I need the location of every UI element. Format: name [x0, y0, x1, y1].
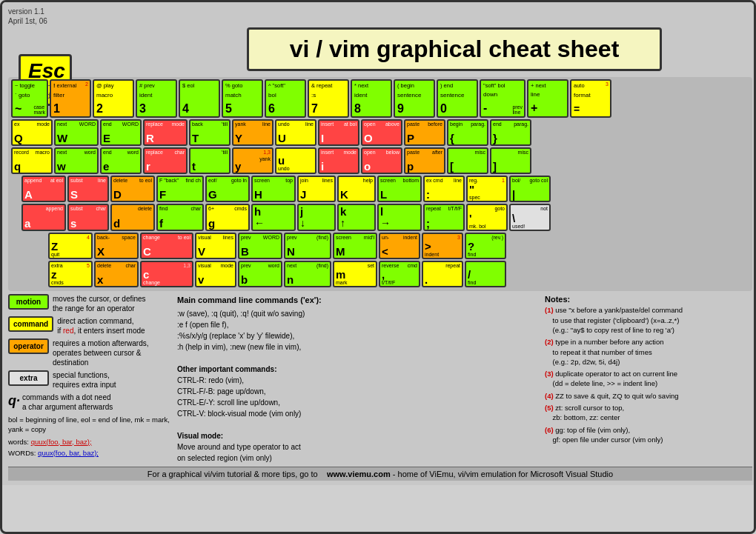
key-caret[interactable]: ^ "soft" bol 6 — [265, 79, 306, 118]
key-W-upper[interactable]: next WORD W — [54, 119, 99, 146]
key-amp[interactable]: & repeat :s 7 — [308, 79, 349, 118]
key-b-lower[interactable]: prev word b — [238, 261, 282, 287]
key-U-upper[interactable]: undo line U — [275, 119, 316, 146]
key-f-lower[interactable]: find char f — [156, 204, 204, 231]
key-pipe[interactable]: bol/ goto col | — [509, 176, 551, 202]
page: version 1.1 April 1st, 06 Esc normal mod… — [2, 2, 756, 485]
key-E-upper[interactable]: end WORD E — [100, 119, 142, 146]
key-C-upper[interactable]: change to eol C — [140, 233, 193, 259]
z-row-upper: 4 Z quit back- space X change to eol C v… — [48, 233, 749, 259]
key-p-lower[interactable]: paste after p — [404, 147, 445, 174]
key-D-upper[interactable]: delete to eol D — [110, 176, 155, 202]
key-r-lower[interactable]: replace char r — [143, 147, 188, 174]
key-c-lower[interactable]: 1,3 c change — [140, 261, 193, 287]
key-u-lower[interactable]: u undo — [275, 147, 316, 174]
notes-section: Notes: (1) use "x before a yank/paste/de… — [545, 294, 752, 464]
key-o-lower[interactable]: open below o — [361, 147, 402, 174]
key-slash[interactable]: / find — [465, 261, 506, 287]
key-excl[interactable]: ! external filter 1 2 — [50, 79, 91, 118]
legend-motion: motion moves the cursor, or defines the … — [8, 294, 171, 313]
key-rbrace[interactable]: end parag. } — [490, 119, 531, 146]
key-j-lower[interactable]: j ↓ — [297, 204, 336, 231]
key-g-lower[interactable]: 6+ cmds g — [205, 204, 250, 231]
key-M-upper[interactable]: screen mid'l M — [333, 233, 377, 259]
key-K-upper[interactable]: help K — [337, 176, 376, 202]
key-G-upper[interactable]: eof/ goto ln G — [205, 176, 250, 202]
key-comma[interactable]: reverse cmd , t/T/f/F — [379, 261, 420, 287]
key-Z-upper[interactable]: 4 Z quit — [48, 233, 93, 259]
q-row-lower: record macro q next word w end word e re… — [11, 147, 749, 174]
key-Y-upper[interactable]: yank line Y — [232, 119, 273, 146]
key-I-upper[interactable]: insert at bol I — [318, 119, 359, 146]
key-rbracket[interactable]: misc ] — [490, 147, 531, 174]
bol-eol-text: bol = beginning of line, eol = end of li… — [8, 415, 171, 435]
key-X-upper[interactable]: back- space X — [94, 233, 139, 259]
key-quote[interactable]: reg. 1 " spec — [466, 176, 508, 202]
key-equal[interactable]: auto format = 3 — [570, 79, 611, 118]
key-A-upper[interactable]: append at eol A — [21, 176, 66, 202]
key-dollar[interactable]: $ eol 4 — [179, 79, 220, 118]
key-O-upper[interactable]: open above O — [361, 119, 402, 146]
key-J-upper[interactable]: join lines J — [297, 176, 336, 202]
key-star[interactable]: * next ident 8 — [351, 79, 392, 118]
key-v-lower[interactable]: visual mode v — [195, 261, 236, 287]
key-lt[interactable]: un- indent < — [379, 233, 420, 259]
key-P-upper[interactable]: paste before P — [404, 119, 445, 146]
motion-desc: moves the cursor, or defines the range f… — [53, 294, 146, 313]
key-backslash[interactable]: not \ used! — [509, 204, 551, 231]
key-lbrace[interactable]: begin parag. { — [447, 119, 488, 146]
key-d-lower[interactable]: delete d — [110, 204, 155, 231]
key-y-lower[interactable]: 1,3 yank y — [232, 147, 273, 174]
key-w-lower[interactable]: next word w — [54, 147, 99, 174]
key-e-lower[interactable]: end word e — [100, 147, 142, 174]
footer-url[interactable]: www.viemu.com — [327, 470, 391, 478]
key-B-upper[interactable]: prev WORD B — [238, 233, 282, 259]
key-question[interactable]: (rev.) ? find — [465, 233, 506, 259]
note-2: (2) type in a number before any action t… — [545, 337, 752, 367]
key-lbracket[interactable]: misc [ — [447, 147, 488, 174]
key-apos[interactable]: goto ' mk. bol — [466, 204, 508, 231]
key-plus[interactable]: + next line + — [527, 79, 568, 118]
key-N-upper[interactable]: prev (find) N — [284, 233, 331, 259]
key-gt[interactable]: 3 > indent — [422, 233, 463, 259]
a-row-upper: append at eol A subst line S delete to e… — [11, 176, 749, 202]
q-symbol: q· — [8, 393, 20, 410]
key-colon[interactable]: ex cmd line : — [423, 176, 465, 202]
key-z-lower[interactable]: extra 5 z cmds — [48, 261, 93, 287]
key-percent[interactable]: % goto match 5 — [222, 79, 263, 118]
key-i-lower[interactable]: insert mode i — [318, 147, 359, 174]
key-S-upper[interactable]: subst line S — [67, 176, 109, 202]
key-x-lower[interactable]: delete char x — [94, 261, 139, 287]
key-h-lower[interactable]: h ← — [251, 204, 296, 231]
key-tilde[interactable]: ~ toggle ` goto casemark ~ — [11, 79, 48, 118]
a-row-lower: append a subst char s delete d find char… — [11, 204, 749, 231]
legend-command: command direct action command,if red, it… — [8, 316, 171, 336]
key-dot[interactable]: repeat . — [422, 261, 463, 287]
key-H-upper[interactable]: screen top H — [251, 176, 296, 202]
words-label: words: — [8, 438, 29, 446]
key-q-lower[interactable]: record macro q — [11, 147, 53, 174]
key-under[interactable]: "soft" bol down - prevline — [480, 79, 525, 118]
key-T-upper[interactable]: back 'till T — [189, 119, 231, 146]
key-Q-upper[interactable]: ex mode Q — [11, 119, 53, 146]
note-5: (5) zt: scroll cursor to top, zb: bottom… — [545, 403, 752, 423]
key-hash[interactable]: # prev ident 3 — [136, 79, 177, 118]
key-V-upper[interactable]: visual lines V — [195, 233, 236, 259]
key-a-lower[interactable]: append a — [21, 204, 66, 231]
key-F-upper[interactable]: F "back" find ch F — [156, 176, 204, 202]
key-l-lower[interactable]: l → — [377, 204, 422, 231]
q-row: ex mode Q next WORD W end WORD E replace… — [11, 119, 749, 146]
key-R-upper[interactable]: replace mode R — [143, 119, 188, 146]
key-semicolon[interactable]: repeat t/T/f/F ; — [423, 204, 465, 231]
legend-section: motion moves the cursor, or defines the … — [8, 294, 171, 464]
key-m-lower[interactable]: set m mark — [333, 261, 377, 287]
key-k-lower[interactable]: k ↑ — [337, 204, 376, 231]
key-L-upper[interactable]: screen bottom L — [377, 176, 422, 202]
key-s-lower[interactable]: subst char s — [67, 204, 109, 231]
key-lparen[interactable]: ( begin sentence 9 — [394, 79, 435, 118]
key-at[interactable]: @ play macro 2 — [93, 79, 134, 118]
key-n-lower[interactable]: next (find) n — [284, 261, 331, 287]
footer-text: For a graphical vi/vim tutorial & more t… — [147, 470, 318, 478]
key-t-lower[interactable]: 'till t — [189, 147, 231, 174]
key-rparen[interactable]: ) end sentence 0 — [437, 79, 478, 118]
